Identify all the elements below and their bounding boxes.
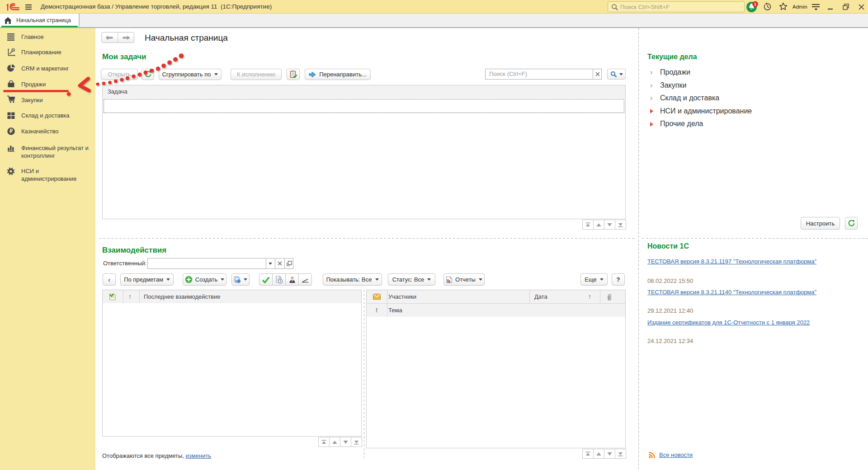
svg-text:1: 1 xyxy=(754,1,757,6)
svg-text:₽: ₽ xyxy=(12,48,14,52)
svg-text:₽: ₽ xyxy=(9,128,13,134)
